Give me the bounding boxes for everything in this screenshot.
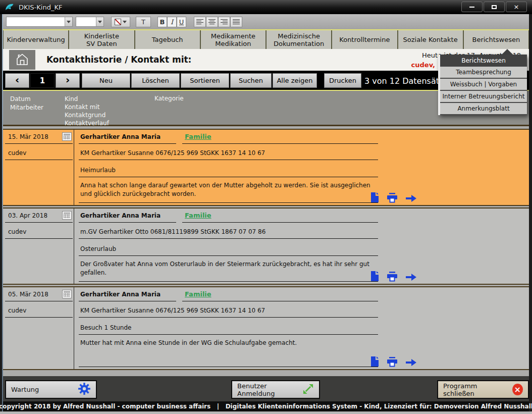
tab-medizinische-dokumentation[interactable]: MedizinischeDokumentation <box>267 30 331 49</box>
calendar-icon[interactable] <box>62 211 72 220</box>
align-left-button[interactable] <box>194 17 206 27</box>
kategorie-link[interactable]: Familie <box>185 290 211 298</box>
employee-field[interactable]: cudev <box>5 225 73 239</box>
format-toolbar: T B I U <box>3 14 529 29</box>
align-center-button[interactable] <box>206 17 218 27</box>
menu-item-interner-betreuungsbericht[interactable]: Interner Betreuungsbericht <box>440 91 527 103</box>
minimize-button[interactable] <box>461 2 483 12</box>
show-all-button[interactable]: Alle zeigen <box>273 73 317 88</box>
column-kategorie: Kategorie <box>154 95 184 102</box>
kontaktverlauf-field[interactable]: Mutter hat mit Anna eine Stunde in der W… <box>79 337 378 367</box>
kontakt-mit-field[interactable]: KM Gerhartiker Susanne 0676/125 969 StGK… <box>79 146 378 160</box>
align-right-button[interactable] <box>218 17 230 27</box>
kind-field[interactable]: Gerhartiker Anna Maria <box>79 209 176 223</box>
application-window: DKIS-Kind_KF × T B I U Kinderverwaltun <box>0 0 532 414</box>
bold-button[interactable]: B <box>157 17 167 27</box>
print-icon[interactable] <box>387 356 398 367</box>
new-record-button[interactable]: Neu <box>82 73 130 88</box>
employee-field[interactable]: cudev <box>5 303 73 318</box>
record-left-column: 05. Mär 2018 cudev <box>5 287 73 318</box>
font-color-button[interactable] <box>111 17 130 27</box>
close-program-label: Programm schließen <box>443 382 506 397</box>
record-employee: cudev <box>8 149 26 157</box>
contact-record[interactable]: 05. Mär 2018 cudev Gerhartiker Anna Mari… <box>3 286 529 370</box>
kategorie-field[interactable]: Familie <box>182 209 378 223</box>
menu-item-weissbuch-vorgaben[interactable]: Weissbuch | Vorgaben <box>440 79 527 91</box>
kategorie-link[interactable]: Familie <box>185 212 211 219</box>
delete-record-button[interactable]: Löschen <box>131 73 180 88</box>
home-icon <box>15 53 29 68</box>
date-field[interactable]: 15. Mär 2018 <box>5 130 73 144</box>
record-date: 05. Mär 2018 <box>8 291 48 298</box>
kontaktverlauf-field[interactable]: Anna hat schon lange darauf gewartet von… <box>79 179 378 203</box>
tab-kinderliste-sv-daten[interactable]: KinderlisteSV Daten <box>69 30 134 49</box>
close-button[interactable]: × <box>506 2 527 12</box>
document-icon[interactable] <box>370 271 379 282</box>
kategorie-field[interactable]: Familie <box>182 130 378 144</box>
menu-item-anmerkungsblatt[interactable]: Anmerkungsblatt <box>440 103 527 115</box>
date-field[interactable]: 05. Mär 2018 <box>5 287 73 301</box>
previous-record-button[interactable]: ‹ <box>5 73 29 88</box>
text-style-button[interactable]: T <box>136 17 151 27</box>
print-button[interactable]: Drucken <box>324 73 361 88</box>
record-date: 03. Apr 2018 <box>8 212 47 219</box>
menu-item-teambesprechung[interactable]: Teambesprechung <box>440 67 527 79</box>
kategorie-link[interactable]: Familie <box>185 133 211 140</box>
kontaktgrund-field[interactable]: Besuch 1 Stunde <box>79 321 378 335</box>
print-icon[interactable] <box>387 271 398 282</box>
record-left-column: 15. Mär 2018 cudev <box>5 130 73 160</box>
contact-record[interactable]: 15. Mär 2018 cudev Gerhartiker Anna Mari… <box>3 129 529 206</box>
kontakt-mit-field[interactable]: m.GV Gerhartiker Otto 0681/81119899 StGK… <box>79 225 378 239</box>
tab-tagebuch[interactable]: Tagebuch <box>135 30 200 49</box>
kontakt-mit-field[interactable]: KM Gerhartiker Susanne 0676/125 969 StGK… <box>79 303 378 318</box>
record-main-column: Gerhartiker Anna Maria Familie KM Gerhar… <box>74 287 529 369</box>
column-datum-mitarbeiter: DatumMitarbeiter <box>10 95 43 112</box>
italic-button[interactable]: I <box>167 17 177 27</box>
calendar-icon[interactable] <box>62 290 72 298</box>
window-controls: × <box>461 2 527 12</box>
record-left-column: 03. Apr 2018 cudev <box>5 209 73 239</box>
current-user-text: cudev, <box>411 61 435 69</box>
bold-italic-underline-group: B I U <box>157 17 186 27</box>
expand-arrows-icon <box>302 383 314 396</box>
date-field[interactable]: 03. Apr 2018 <box>5 209 73 223</box>
font-size-select[interactable] <box>76 17 104 27</box>
print-icon[interactable] <box>387 192 398 203</box>
goto-arrow-icon[interactable] <box>405 194 417 203</box>
sort-button[interactable]: Sortieren <box>181 73 229 88</box>
tab-kinderverwaltung[interactable]: Kinderverwaltung <box>4 30 68 49</box>
document-icon[interactable] <box>370 356 379 367</box>
next-record-button[interactable]: › <box>56 73 80 88</box>
user-login-button[interactable]: Benutzer Anmeldung <box>231 380 320 399</box>
kategorie-field[interactable]: Familie <box>182 287 378 301</box>
record-actions <box>370 192 417 203</box>
employee-field[interactable]: cudev <box>5 146 73 160</box>
record-main-column: Gerhartiker Anna Maria Familie m.GV Gerh… <box>74 209 529 284</box>
font-family-select[interactable] <box>6 17 73 27</box>
kontaktverlauf-field[interactable]: Der Großvater hat Anna vom Osterurlaub i… <box>79 258 378 282</box>
maintenance-button[interactable]: Wartung <box>5 380 97 399</box>
tab-medikamente-medikation[interactable]: MedikamenteMedikation <box>201 30 265 49</box>
document-icon[interactable] <box>370 192 379 203</box>
tab-soziale-kontakte[interactable]: Soziale Kontakte <box>398 30 463 49</box>
kontaktgrund-field[interactable]: Heimurlaub <box>79 163 378 177</box>
footer-bar: Wartung Benutzer Anmeldung <box>3 376 529 401</box>
window-title: DKIS-Kind_KF <box>19 4 62 11</box>
maximize-button[interactable] <box>484 2 505 12</box>
contact-record[interactable]: 03. Apr 2018 cudev Gerhartiker Anna Mari… <box>3 208 529 285</box>
tab-kontrolltermine[interactable]: Kontrolltermine <box>332 30 397 49</box>
kontaktgrund-field[interactable]: Osterurlaub <box>79 242 378 256</box>
calendar-icon[interactable] <box>62 132 72 141</box>
underline-button[interactable]: U <box>177 17 186 27</box>
goto-arrow-icon[interactable] <box>405 273 417 282</box>
search-button[interactable]: Suchen <box>230 73 272 88</box>
home-button[interactable] <box>9 50 35 70</box>
dropdown-header: Berichtswesen <box>440 55 527 67</box>
close-program-button[interactable]: Programm schließen × <box>437 380 529 399</box>
kind-field[interactable]: Gerhartiker Anna Maria <box>79 130 176 144</box>
tab-berichtswesen[interactable]: Berichtswesen <box>464 30 528 49</box>
align-justify-button[interactable] <box>230 17 242 27</box>
kind-field[interactable]: Gerhartiker Anna Maria <box>79 287 176 301</box>
goto-arrow-icon[interactable] <box>405 358 417 367</box>
berichtswesen-dropdown-menu: Berichtswesen Teambesprechung Weissbuch … <box>438 55 527 115</box>
